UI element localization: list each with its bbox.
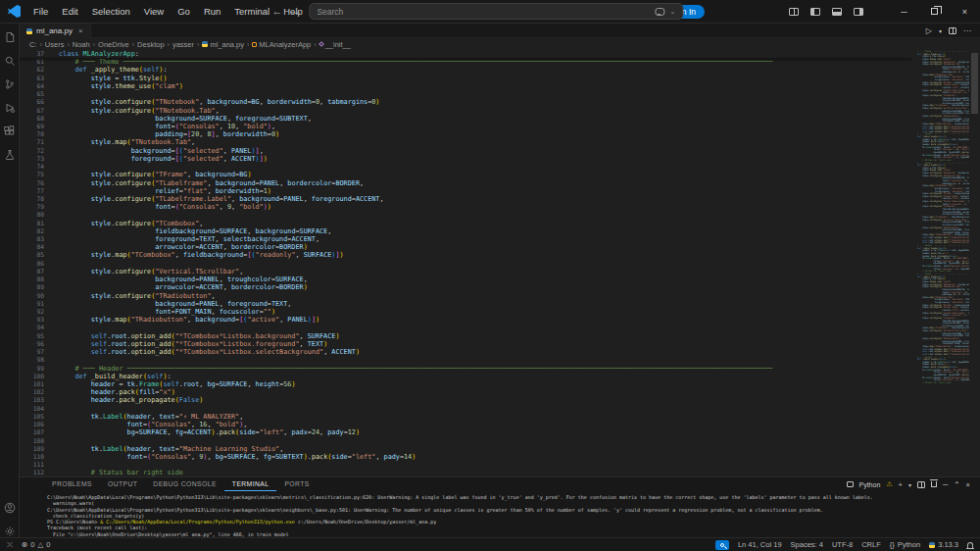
breadcrumb-item-mlanapy[interactable]: ml_ana.py [202, 40, 244, 49]
tab-ml-ana-py[interactable]: ml_ana.py × [20, 24, 91, 38]
notifications-bell-icon[interactable] [967, 542, 973, 548]
code-text[interactable]: # ─── Theme ────────────────────────────… [59, 58, 772, 66]
code-text[interactable]: style.map("TNotebook.Tab", [59, 138, 195, 146]
code-text[interactable]: foreground=[("selected", ACCENT)]) [59, 155, 268, 163]
code-text[interactable]: style.map("TRadiobutton", background=[("… [59, 316, 319, 324]
extensions-icon[interactable] [3, 125, 16, 137]
code-text[interactable]: style.theme_use("clam") [59, 82, 183, 90]
code-text[interactable]: fieldbackground=SURFACE, background=SURF… [59, 227, 331, 235]
code-text[interactable]: # ─── Header ───────────────────────────… [59, 365, 772, 373]
code-text[interactable]: font=("Consolas", 10, "bold"), [59, 123, 275, 130]
menu-selection[interactable]: Selection [85, 3, 137, 20]
code-text[interactable]: self.root.option_add("*TCombobox*Listbox… [59, 348, 360, 356]
remote-indicator[interactable]: ⤬ [7, 540, 13, 550]
panel-tab-problems[interactable]: PROBLEMS [44, 477, 100, 491]
panel-maximize-icon[interactable]: ⌃ [954, 480, 959, 489]
code-text[interactable]: padding=[20, 8], borderwidth=0) [59, 130, 279, 138]
split-editor-icon[interactable] [949, 27, 956, 34]
explorer-icon[interactable] [3, 30, 16, 43]
code-text[interactable]: style.configure("TCombobox", [59, 220, 203, 227]
code-text[interactable]: style.configure("TLabelframe", backgroun… [59, 179, 364, 187]
toggle-panel-icon[interactable] [832, 8, 842, 16]
problems-status[interactable]: ⊗0 △0 [22, 540, 50, 549]
menu-edit[interactable]: Edit [55, 3, 84, 20]
terminal-dropdown-icon[interactable]: ▾ [908, 481, 911, 488]
status-badge[interactable] [715, 540, 729, 550]
breadcrumb-item-c[interactable]: C: [29, 40, 37, 49]
menu-run[interactable]: Run [197, 3, 227, 20]
copilot-chat-icon[interactable] [656, 8, 665, 16]
run-and-debug-icon[interactable] [3, 101, 16, 114]
search-icon[interactable] [3, 54, 16, 67]
code-text[interactable]: class MLAnalyzerApp: [59, 50, 139, 58]
tab-close-icon[interactable]: × [78, 26, 83, 35]
code-text[interactable]: tk.Label(header, text="Machine Learning … [59, 445, 283, 453]
code-text[interactable]: font=("Consolas", 16, "bold"), [59, 421, 247, 428]
breadcrumb-item-yasser[interactable]: yasser [172, 40, 194, 49]
forward-arrow-icon[interactable]: → [290, 6, 301, 17]
eol-sequence[interactable]: CRLF [861, 540, 881, 549]
code-text[interactable]: style.configure("TRadiobutton", [59, 292, 216, 300]
minimap[interactable]: # ─── Theme ────────────────────────────… [912, 50, 969, 476]
code-text[interactable]: font=("Consolas", 9, "bold")) [59, 203, 271, 211]
code-text[interactable]: self.root.option_add("*TCombobox*Listbox… [59, 332, 340, 340]
code-text[interactable]: style.map("TCombobox", fieldbackground=[… [59, 251, 344, 259]
panel-minimize-icon[interactable]: ─ [943, 480, 948, 489]
python-interpreter[interactable]: 3.13.3 [929, 540, 958, 549]
encoding[interactable]: UTF-8 [832, 540, 853, 549]
code-text[interactable]: self.root.option_add("*TCombobox*Listbox… [59, 340, 327, 348]
new-terminal-icon[interactable]: + [899, 480, 903, 489]
code-text[interactable]: foreground=TEXT, selectbackground=ACCENT… [59, 235, 319, 243]
close-button[interactable]: × [950, 0, 980, 23]
search-input[interactable]: Search ⌄ [309, 3, 683, 20]
code-text[interactable]: header.pack_propagate(False) [59, 396, 203, 404]
code-text[interactable]: def _apply_theme(self): [59, 66, 168, 74]
code-text[interactable]: background=[("selected", PANEL)], [59, 147, 264, 155]
panel-tab-terminal[interactable]: TERMINAL [224, 477, 277, 491]
code-text[interactable]: style.configure("TLabelframe.Label", bac… [59, 195, 384, 203]
panel-tab-debug-console[interactable]: DEBUG CONSOLE [145, 477, 224, 491]
account-icon[interactable] [3, 501, 16, 514]
split-terminal-icon[interactable] [917, 481, 925, 488]
code-text[interactable]: tk.Label(header, text="⚡ ML ANALYZER", [59, 413, 243, 421]
code-text[interactable]: relief="flat", borderwidth=1) [59, 187, 271, 195]
source-control-icon[interactable] [3, 77, 16, 90]
terminal-shell-label[interactable]: Python [859, 481, 881, 488]
menu-file[interactable]: File [26, 3, 55, 20]
breadcrumb-item-noah[interactable]: Noah [73, 40, 90, 49]
code-text[interactable]: background=SURFACE, foreground=SUBTEXT, [59, 115, 312, 123]
code-text[interactable]: arrowcolor=ACCENT, bordercolor=BORDER) [59, 283, 308, 291]
breadcrumb-item-onedrive[interactable]: OneDrive [98, 40, 129, 49]
terminal-output[interactable]: C:\Users\Noah\AppData\Local\Programs\Pyt… [20, 491, 980, 537]
settings-gear-icon[interactable] [3, 525, 16, 537]
testing-icon[interactable] [3, 148, 16, 161]
breadcrumb-item-init[interactable]: __init__ [319, 40, 351, 49]
editor-scrollbar[interactable] [969, 50, 980, 476]
cursor-position[interactable]: Ln 41, Col 19 [738, 540, 782, 549]
code-text[interactable]: # Status bar right side [59, 469, 183, 476]
panel-tab-ports[interactable]: PORTS [276, 477, 317, 491]
kill-terminal-icon[interactable] [931, 481, 937, 487]
breadcrumb-item-desktop[interactable]: Desktop [137, 40, 165, 49]
restore-button[interactable] [919, 0, 950, 23]
code-text[interactable]: header = tk.Frame(self.root, bg=SURFACE,… [59, 380, 296, 388]
code-text[interactable]: arrowcolor=ACCENT, bordercolor=BORDER) [59, 243, 308, 251]
minimize-button[interactable]: ─ [889, 0, 919, 23]
run-python-file-icon[interactable]: ▷ [926, 26, 932, 35]
code-text[interactable]: background=PANEL, troughcolor=SURFACE, [59, 276, 308, 283]
code-text[interactable]: def _build_header(self): [59, 373, 172, 380]
code-text[interactable]: style = ttk.Style() [59, 75, 168, 82]
code-text[interactable]: font=("Consolas", 9), bg=SURFACE, fg=SUB… [59, 453, 416, 461]
code-text[interactable]: background=PANEL, foreground=TEXT, [59, 300, 291, 308]
code-text[interactable]: style.configure("TFrame", background=BG) [59, 171, 251, 178]
code-editor[interactable]: 37class MLAnalyzerApp: 61 # ─── Theme ──… [20, 50, 912, 476]
code-text[interactable]: style.configure("Vertical.TScrollbar", [59, 268, 243, 276]
panel-tab-output[interactable]: OUTPUT [100, 477, 145, 491]
indentation[interactable]: Spaces: 4 [791, 540, 823, 549]
menu-terminal[interactable]: Terminal [227, 3, 276, 20]
menu-view[interactable]: View [137, 3, 171, 20]
code-text[interactable]: style.configure("TNotebook.Tab", [59, 107, 220, 115]
shell-warning-icon[interactable]: ⚠ [886, 480, 892, 488]
panel-close-icon[interactable]: × [966, 480, 970, 489]
code-text[interactable]: bg=SURFACE, fg=ACCENT).pack(side="left",… [59, 428, 360, 436]
